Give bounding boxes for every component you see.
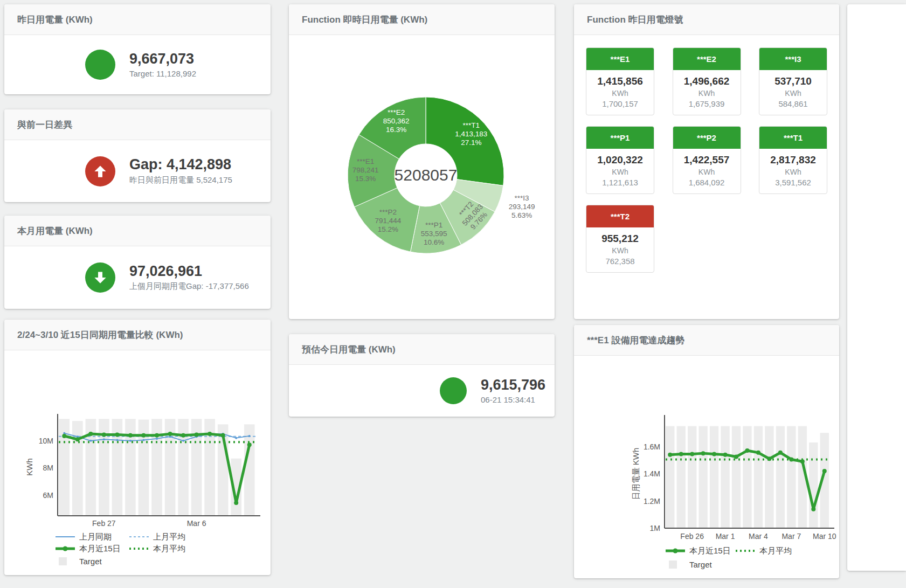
tile-body: 1,496,662KWh1,675,939 — [673, 70, 741, 115]
y-tick-label: 10M — [39, 437, 53, 445]
tile-target-value: 1,675,939 — [675, 99, 738, 108]
tile-status-header: ***T1 — [759, 127, 827, 149]
card-title: 本月用電量 (KWh) — [4, 216, 271, 246]
data-point[interactable] — [234, 501, 238, 505]
card-title: 2/24~3/10 近15日同期用電量比較 (KWh) — [4, 320, 271, 350]
data-point[interactable] — [208, 432, 212, 436]
data-point[interactable] — [822, 469, 827, 473]
arrow-up-icon — [85, 156, 115, 186]
data-point[interactable] — [195, 432, 199, 437]
y-tick-label: 6M — [43, 491, 53, 500]
tile-value: 1,020,322 — [589, 154, 652, 166]
data-point[interactable] — [767, 456, 771, 461]
legend-item-label[interactable]: 本月平均 — [759, 546, 792, 555]
data-point[interactable] — [701, 451, 706, 455]
tile-body: 955,212KWh762,358 — [586, 227, 654, 272]
data-point[interactable] — [62, 434, 66, 438]
data-point[interactable] — [181, 433, 185, 438]
target-bar[interactable] — [754, 426, 763, 528]
data-point[interactable] — [679, 452, 683, 456]
target-bar[interactable] — [732, 426, 741, 528]
data-point[interactable] — [103, 438, 105, 440]
legend-box-symbol — [59, 557, 67, 565]
data-point[interactable] — [102, 432, 106, 437]
data-point[interactable] — [789, 457, 793, 461]
kpi-subtitle: Target: 11,128,992 — [129, 69, 196, 78]
card-e1-trend-chart: ***E1 設備用電達成趨勢 1M1.2M1.4M1.6M日用電量 KWhFeb… — [574, 325, 839, 578]
data-point[interactable] — [756, 451, 760, 455]
status-tile-T1: ***T12,817,832KWh3,591,562 — [759, 126, 827, 194]
e1-trend-line-chart[interactable]: 1M1.2M1.4M1.6M日用電量 KWhFeb 26Mar 1Mar 4Ma… — [574, 356, 839, 578]
x-tick-label: Mar 7 — [781, 532, 801, 541]
tile-body: 1,415,856KWh1,700,157 — [586, 70, 654, 115]
data-point[interactable] — [182, 440, 184, 442]
target-bar[interactable] — [743, 426, 751, 528]
data-point[interactable] — [88, 432, 93, 436]
data-point[interactable] — [128, 433, 133, 438]
legend-item-label[interactable]: Target — [689, 560, 713, 569]
tile-body: 1,422,557KWh1,684,092 — [673, 149, 741, 193]
target-bar[interactable] — [787, 426, 796, 528]
x-tick-label: Mar 6 — [187, 519, 206, 528]
data-point[interactable] — [129, 440, 132, 442]
card-month-usage: 本月用電量 (KWh) 97,026,961 上個月同期用電Gap: -17,3… — [4, 216, 271, 309]
data-point[interactable] — [142, 439, 144, 441]
data-point[interactable] — [155, 433, 159, 438]
tile-body: 1,020,322KWh1,121,613 — [586, 149, 654, 193]
compare-line-chart[interactable]: 6M8M10MKWhFeb 27Mar 6上月同期上月平均本月近15日本月平均T… — [4, 350, 271, 575]
target-bar[interactable] — [698, 426, 707, 528]
data-point[interactable] — [247, 442, 252, 447]
data-point[interactable] — [734, 454, 738, 459]
data-point[interactable] — [690, 452, 694, 456]
data-point[interactable] — [668, 453, 672, 457]
data-point[interactable] — [745, 448, 750, 453]
data-point[interactable] — [778, 451, 783, 455]
data-point[interactable] — [156, 438, 158, 440]
x-tick-label: Mar 10 — [813, 532, 836, 541]
data-point[interactable] — [811, 507, 815, 511]
legend-box-symbol — [669, 561, 677, 569]
target-bar[interactable] — [776, 426, 785, 528]
data-point[interactable] — [221, 433, 225, 438]
target-bar[interactable] — [721, 426, 729, 528]
target-bar[interactable] — [809, 442, 818, 528]
target-bar[interactable] — [72, 421, 83, 516]
status-circle-icon — [85, 50, 115, 80]
tile-target-value: 762,358 — [589, 257, 652, 266]
data-point[interactable] — [248, 435, 251, 437]
target-bar[interactable] — [244, 424, 255, 516]
data-point[interactable] — [800, 459, 805, 464]
kpi-value: Gap: 4,142,898 — [129, 157, 232, 173]
target-bar[interactable] — [666, 426, 674, 528]
tile-status-header: ***E1 — [586, 48, 654, 70]
legend-item-label[interactable]: 本月平均 — [153, 544, 185, 553]
data-point[interactable] — [723, 453, 728, 457]
legend-item-label[interactable]: 本月近15日 — [79, 544, 121, 553]
legend-item-label[interactable]: Target — [79, 557, 102, 566]
data-point[interactable] — [141, 433, 146, 438]
legend-dot-symbol — [673, 549, 678, 554]
target-bar[interactable] — [677, 426, 686, 528]
data-point[interactable] — [168, 432, 172, 436]
legend-item-label[interactable]: 本月近15日 — [689, 546, 731, 555]
y-axis-title: 日用電量 KWh — [631, 448, 640, 500]
legend-item-label[interactable]: 上月平均 — [153, 532, 185, 541]
target-bar[interactable] — [710, 426, 718, 528]
data-point[interactable] — [89, 440, 92, 442]
target-bar[interactable] — [765, 426, 773, 528]
arrow-down-icon — [85, 262, 115, 293]
legend-item-label[interactable]: 上月同期 — [79, 532, 112, 541]
tile-unit: KWh — [589, 89, 652, 98]
data-point[interactable] — [235, 437, 237, 439]
data-point[interactable] — [712, 452, 716, 456]
data-point[interactable] — [116, 439, 118, 441]
target-bar[interactable] — [688, 426, 696, 528]
data-point[interactable] — [115, 432, 119, 437]
donut-chart[interactable]: ***T11,413,18327.1%***I3293,1495.63%***T… — [289, 35, 555, 319]
data-point[interactable] — [75, 437, 80, 441]
card-title: 與前一日差異 — [4, 109, 271, 140]
status-tile-I3: ***I3537,710KWh584,861 — [759, 47, 827, 115]
kpi-body: 9,615,796 06-21 15:34:41 — [289, 365, 555, 417]
kpi-value: 9,667,073 — [129, 51, 196, 67]
tile-target-value: 3,591,562 — [762, 178, 825, 187]
